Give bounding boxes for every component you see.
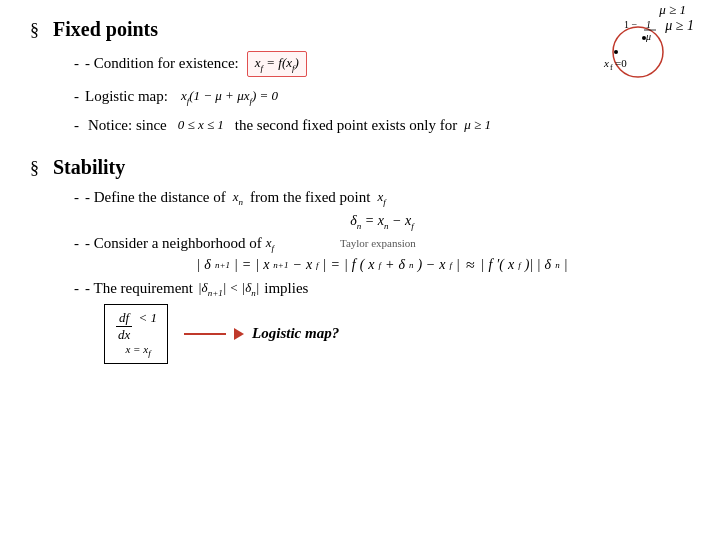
svg-point-1 xyxy=(614,50,618,54)
xf-formula-inline: xf xyxy=(377,189,385,207)
xf-consider: xf xyxy=(266,235,274,253)
df-dx-box: df dx < 1 x = xf xyxy=(104,304,168,364)
consider-label: - Consider a neighborhood of xyxy=(85,235,262,252)
mu-condition: μ ≥ 1 xyxy=(659,2,686,18)
big-equation: |δn+1| = |xn+1 − xf| = |f(xf + δn) − xf|… xyxy=(74,256,690,274)
xn-formula: xn xyxy=(233,189,243,207)
from-label: from the fixed point xyxy=(250,189,370,206)
svg-point-0 xyxy=(613,27,663,77)
delta-formula: δn = xn − xf xyxy=(74,213,690,231)
svg-text:1: 1 xyxy=(646,19,651,30)
conclusion-row: df dx < 1 x = xf Logistic map? xyxy=(104,304,690,364)
svg-text:x: x xyxy=(603,57,609,69)
stability-content: - - Define the distance of xn from the f… xyxy=(74,189,690,364)
logistic-map-label: Logistic map? xyxy=(252,325,339,342)
stability-title: Stability xyxy=(53,156,125,179)
bullet-1: § xyxy=(30,20,39,41)
svg-text:=0: =0 xyxy=(615,57,627,69)
notice-row: - Notice: since 0 ≤ x ≤ 1 the second fix… xyxy=(74,116,690,134)
delta-ineq: |δn+1| < |δn| xyxy=(198,280,259,298)
consider-row: - - Consider a neighborhood of xf Taylor… xyxy=(74,235,690,253)
requirement-row: - - The requirement |δn+1| < |δn| implie… xyxy=(74,280,690,298)
logistic-label: Logistic map: xyxy=(85,88,168,105)
notice-ineq: 0 ≤ x ≤ 1 xyxy=(174,116,228,134)
right-arrow-icon xyxy=(184,325,244,343)
logistic-formula: xf(1 − μ + μxf) = 0 xyxy=(176,85,283,109)
bullet-2: § xyxy=(30,158,39,179)
existence-formula: xf = f(xf) xyxy=(247,51,307,77)
notice-label: Notice: since xyxy=(88,117,167,134)
notice-suffix: the second fixed point exists only for xyxy=(235,117,457,134)
define-row: - - Define the distance of xn from the f… xyxy=(74,189,690,207)
mu-geq-1-inline: μ ≥ 1 xyxy=(464,117,491,133)
svg-text:f: f xyxy=(610,63,613,72)
requirement-label: - The requirement xyxy=(85,280,193,297)
mu-geq-1: μ ≥ 1 xyxy=(665,18,694,34)
taylor-label: Taylor expansion xyxy=(340,237,416,249)
svg-text:1 −: 1 − xyxy=(624,19,638,30)
circle-diagram: x f =0 1 − 1 μ μ ≥ 1 xyxy=(586,10,676,89)
page: x f =0 1 − 1 μ μ ≥ 1 μ ≥ 1 § Fixed point… xyxy=(0,0,720,540)
define-label: - Define the distance of xyxy=(85,189,226,206)
implies-label: implies xyxy=(264,280,308,297)
condition-label: - Condition for existence: xyxy=(85,55,239,72)
svg-text:μ: μ xyxy=(645,31,651,42)
stability-section: § Stability xyxy=(30,156,690,179)
fixed-points-title: Fixed points xyxy=(53,18,158,41)
